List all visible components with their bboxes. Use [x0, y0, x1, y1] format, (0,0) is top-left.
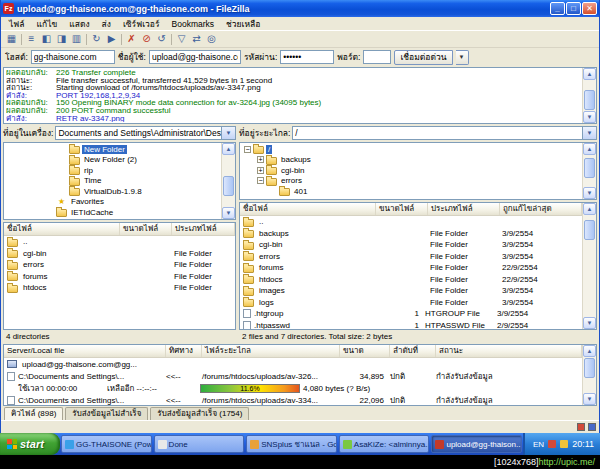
file-row[interactable]: ..: [4, 236, 235, 248]
file-row[interactable]: .htpasswd1HTPASSWD File2/9/2554: [240, 320, 582, 330]
refresh-icon[interactable]: ↻: [89, 32, 104, 46]
column-header[interactable]: ถูกแก้ไขล่าสุด: [500, 203, 582, 215]
scroll-up-icon[interactable]: [583, 143, 596, 155]
cancel-icon[interactable]: ✗: [124, 32, 139, 46]
column-header[interactable]: ชื่อไฟล์: [240, 203, 376, 215]
tree-expander-icon[interactable]: [257, 177, 264, 184]
queue-tab-1[interactable]: รับส่งข้อมูลไม่สำเร็จ: [65, 407, 148, 420]
toggle-local-tree-icon[interactable]: ◧: [39, 32, 54, 46]
tree-item[interactable]: /: [240, 144, 582, 155]
file-row[interactable]: imagesFile Folder3/9/2554: [240, 285, 582, 297]
titlebar[interactable]: upload@gg-thaisone.com@gg-thaisone.com -…: [1, 0, 599, 17]
tree-item[interactable]: rip: [4, 165, 221, 176]
menu-item-2[interactable]: แสดง: [63, 17, 95, 31]
scroll-track[interactable]: [583, 357, 596, 393]
scroll-up-icon[interactable]: [583, 345, 596, 357]
process-queue-icon[interactable]: ▶: [104, 32, 119, 46]
column-header[interactable]: ประเภทไฟล์: [428, 203, 500, 215]
filter-icon[interactable]: ▽: [174, 32, 189, 46]
toggle-remote-tree-icon[interactable]: ◨: [54, 32, 69, 46]
local-path-combobox[interactable]: Documents and Settings\Administrator\Des…: [55, 126, 236, 140]
queue-tab-2[interactable]: รับส่งข้อมูลสำเร็จ (1754): [150, 407, 249, 420]
scroll-down-icon[interactable]: [583, 187, 596, 199]
column-header[interactable]: ประเภทไฟล์: [172, 223, 235, 235]
file-row[interactable]: forumsFile Folder: [4, 271, 235, 283]
disconnect-icon[interactable]: ⊘: [139, 32, 154, 46]
file-row[interactable]: cgi-binFile Folder3/9/2554: [240, 239, 582, 251]
queue-transfer-row[interactable]: C:\Documents and Settings\...<<--/forums…: [4, 370, 582, 382]
scroll-thumb[interactable]: [223, 176, 234, 196]
column-header[interactable]: ขนาดไฟล์: [120, 223, 172, 235]
host-input[interactable]: [31, 50, 115, 64]
column-header[interactable]: ขนาด: [340, 345, 390, 357]
column-header[interactable]: ไฟล์ระยะไกล: [202, 345, 340, 357]
file-row[interactable]: ..: [240, 216, 582, 228]
scroll-track[interactable]: [583, 80, 596, 111]
tree-item[interactable]: New Folder (2): [4, 155, 221, 166]
scroll-track[interactable]: [583, 215, 596, 317]
tray-app-icon[interactable]: [548, 440, 556, 448]
combo-dropdown-icon[interactable]: [582, 127, 596, 139]
clock[interactable]: 20:11: [572, 439, 594, 449]
scroll-thumb[interactable]: [584, 220, 595, 240]
tree-item[interactable]: IETIdCache: [4, 207, 221, 218]
column-header[interactable]: ชื่อไฟล์: [4, 223, 120, 235]
file-row[interactable]: backupsFile Folder3/9/2554: [240, 228, 582, 240]
tree-item[interactable]: Time: [4, 176, 221, 187]
tree-item[interactable]: VirtualDub-1.9.8: [4, 186, 221, 197]
remote-tree-scrollbar[interactable]: [582, 143, 596, 199]
scroll-thumb[interactable]: [584, 90, 595, 110]
maximize-button[interactable]: [566, 2, 581, 15]
scroll-down-icon[interactable]: [583, 393, 596, 405]
port-input[interactable]: [363, 50, 391, 64]
file-row[interactable]: errorsFile Folder: [4, 259, 235, 271]
credit-url[interactable]: http://upic.me/: [538, 457, 595, 467]
tray-alert-icon[interactable]: [560, 440, 568, 448]
taskbar-button[interactable]: SNSplus ชาแนล - Go...: [246, 435, 337, 453]
menu-item-5[interactable]: Bookmarks: [166, 19, 221, 29]
scroll-thumb[interactable]: [584, 158, 595, 178]
tree-item[interactable]: New Folder: [4, 144, 221, 155]
compare-icon[interactable]: ⇄: [189, 32, 204, 46]
taskbar-button[interactable]: upload@gg-thaison...: [431, 435, 522, 453]
column-header[interactable]: ขนาดไฟล์: [376, 203, 428, 215]
file-row[interactable]: cgi-binFile Folder: [4, 248, 235, 260]
remote-list-scrollbar[interactable]: [582, 203, 596, 329]
combo-dropdown-icon[interactable]: [221, 127, 235, 139]
column-header[interactable]: สถานะ: [436, 345, 582, 357]
file-row[interactable]: .htgroup1HTGROUP File3/9/2554: [240, 308, 582, 320]
tree-expander-icon[interactable]: [257, 156, 264, 163]
queue-tab-0[interactable]: คิวไฟล์ (898): [4, 407, 63, 420]
file-row[interactable]: errorsFile Folder3/9/2554: [240, 251, 582, 263]
menu-item-0[interactable]: ไฟล์: [3, 17, 31, 31]
file-row[interactable]: htdocsFile Folder: [4, 282, 235, 294]
taskbar-button[interactable]: GG-THAISONE (Pow...: [61, 435, 152, 453]
column-header[interactable]: Server/Local file: [4, 345, 166, 357]
quickconnect-dropdown-icon[interactable]: [456, 50, 469, 65]
menu-item-1[interactable]: แก้ไข: [31, 17, 64, 31]
column-header[interactable]: ลำดับที่: [390, 345, 436, 357]
scroll-down-icon[interactable]: [583, 317, 596, 329]
menu-item-4[interactable]: เซิร์ฟเวอร์: [117, 17, 166, 31]
tree-item[interactable]: Favorites: [4, 197, 221, 208]
file-row[interactable]: forumsFile Folder22/9/2554: [240, 262, 582, 274]
tree-item[interactable]: backups: [240, 155, 582, 166]
local-tree-scrollbar[interactable]: [221, 143, 235, 219]
menu-item-3[interactable]: ส่ง: [96, 17, 117, 31]
scroll-track[interactable]: [583, 155, 596, 187]
tree-item[interactable]: 401: [240, 186, 582, 197]
file-row[interactable]: logsFile Folder3/9/2554: [240, 297, 582, 309]
scroll-thumb[interactable]: [584, 358, 595, 378]
tree-expander-icon[interactable]: [257, 167, 264, 174]
queue-transfer-row[interactable]: C:\Documents and Settings\...<<--/forums…: [4, 394, 582, 405]
password-input[interactable]: [280, 50, 334, 64]
scroll-up-icon[interactable]: [222, 143, 235, 155]
taskbar-button[interactable]: AsaKiZe: <alminnya...: [339, 435, 430, 453]
tree-item[interactable]: errors: [240, 176, 582, 187]
scroll-down-icon[interactable]: [583, 111, 596, 123]
toggle-queue-icon[interactable]: ▥: [69, 32, 84, 46]
minimize-button[interactable]: [550, 2, 565, 15]
column-header[interactable]: ทิศทาง: [166, 345, 202, 357]
find-icon[interactable]: ◎: [204, 32, 219, 46]
scroll-down-icon[interactable]: [222, 207, 235, 219]
